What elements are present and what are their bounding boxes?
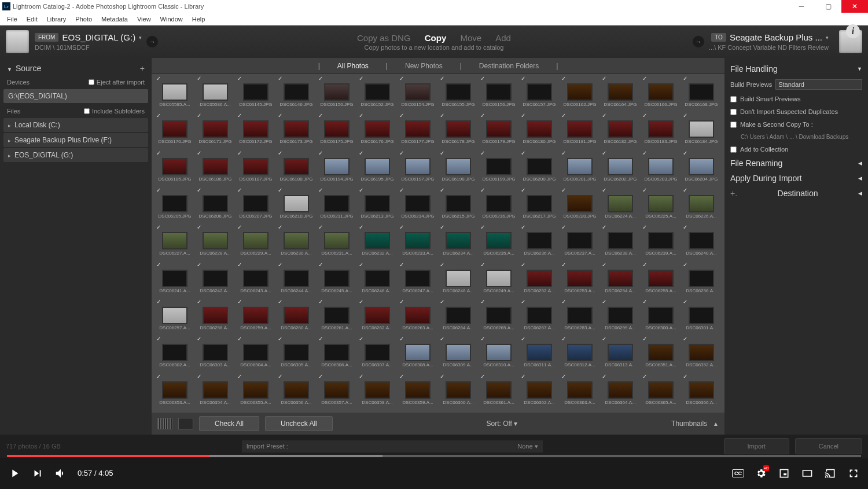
thumbnail-cell[interactable]: ✓DSC06155.JPG: [439, 76, 478, 112]
thumbnail-cell[interactable]: ✓DSC06252.A...: [520, 263, 559, 299]
check-icon[interactable]: ✓: [561, 187, 566, 193]
thumbnail-image[interactable]: [689, 83, 714, 101]
check-icon[interactable]: ✓: [359, 262, 363, 268]
minimize-button[interactable]: ─: [788, 0, 815, 13]
thumbnail-image[interactable]: [567, 307, 593, 324]
thumbnail-cell[interactable]: ✓DSC06306.A...: [317, 337, 356, 373]
thumbnail-image[interactable]: [324, 381, 350, 399]
thumbnail-cell[interactable]: ✓DSC06207.JPG: [236, 188, 275, 224]
thumbnail-cell[interactable]: ✓DSC06234.A...: [439, 225, 478, 261]
check-icon[interactable]: ✓: [521, 187, 525, 193]
thumbnail-image[interactable]: [648, 344, 674, 361]
sort-value[interactable]: Off: [503, 420, 512, 428]
check-icon[interactable]: ✓: [399, 75, 404, 82]
dest-swap-icon[interactable]: →: [693, 36, 704, 47]
check-icon[interactable]: ✓: [480, 187, 485, 193]
thumbnail-image[interactable]: [567, 381, 593, 399]
thumbnail-image[interactable]: [446, 232, 471, 249]
next-icon[interactable]: [31, 467, 44, 480]
thumbnail-image[interactable]: [324, 232, 350, 249]
device-item[interactable]: G:\(EOS_DIGITAL): [3, 89, 148, 103]
thumbnail-image[interactable]: [243, 344, 269, 361]
thumbnail-image[interactable]: [446, 270, 471, 287]
thumbnail-cell[interactable]: ✓DSC06213.JPG: [358, 188, 397, 224]
thumbnail-cell[interactable]: ✓DSC06237.A...: [560, 225, 599, 261]
thumbnail-cell[interactable]: ✓DSC06202.JPG: [601, 151, 640, 187]
thumbnail-image[interactable]: [527, 381, 552, 399]
check-icon[interactable]: ✓: [521, 75, 525, 82]
thumbnail-image[interactable]: [243, 120, 269, 138]
thumbnail-image[interactable]: [648, 232, 674, 249]
thumbnail-image[interactable]: [284, 158, 309, 175]
check-icon[interactable]: ✓: [521, 224, 525, 230]
thumbnail-image[interactable]: [365, 195, 390, 212]
check-icon[interactable]: ✓: [561, 262, 566, 268]
thumbnail-cell[interactable]: ✓DSC06173.JPG: [277, 113, 316, 149]
thumbnail-cell[interactable]: ✓DSC06168.JPG: [682, 76, 721, 112]
check-icon[interactable]: ✓: [683, 373, 687, 380]
close-button[interactable]: ✕: [841, 0, 868, 13]
check-icon[interactable]: ✓: [480, 75, 485, 82]
thumbnail-image[interactable]: [284, 344, 309, 361]
thumbnail-image[interactable]: [405, 195, 431, 212]
thumbnail-cell[interactable]: ✓DSC05585.A...: [155, 76, 194, 112]
menu-metadata[interactable]: Metadata: [97, 14, 133, 24]
check-icon[interactable]: ✓: [156, 262, 161, 268]
check-icon[interactable]: ✓: [683, 112, 687, 119]
grid-view-icon[interactable]: [157, 418, 172, 429]
fullscreen-icon[interactable]: [847, 467, 860, 480]
thumbnail-image[interactable]: [324, 120, 350, 138]
check-icon[interactable]: ✓: [156, 112, 161, 119]
tab-destination-folders[interactable]: Destination Folders: [476, 62, 542, 70]
thumbnail-cell[interactable]: ✓DSC06178.JPG: [439, 113, 478, 149]
thumbnail-cell[interactable]: ✓DSC06249.A...: [479, 263, 518, 299]
check-icon[interactable]: ✓: [521, 373, 525, 380]
check-icon[interactable]: ✓: [237, 150, 242, 156]
thumbnail-image[interactable]: [446, 83, 471, 101]
thumbnail-cell[interactable]: ✓DSC06302.A...: [155, 337, 194, 373]
check-icon[interactable]: ✓: [440, 373, 444, 380]
check-icon[interactable]: ✓: [318, 262, 323, 268]
check-icon[interactable]: ✓: [237, 112, 242, 119]
thumbnail-image[interactable]: [203, 158, 228, 175]
thumbnail-cell[interactable]: ✓DSC06247.A...: [398, 263, 437, 299]
settings-icon[interactable]: HD: [755, 467, 767, 480]
check-icon[interactable]: ✓: [318, 150, 323, 156]
check-icon[interactable]: ✓: [278, 224, 282, 230]
thumbnail-cell[interactable]: ✓DSC06204.JPG: [682, 151, 721, 187]
thumbnail-cell[interactable]: ✓DSC06175.JPG: [317, 113, 356, 149]
tab-new-photos[interactable]: New Photos: [402, 62, 446, 70]
thumbnail-image[interactable]: [284, 381, 309, 399]
thumbnail-image[interactable]: [405, 120, 431, 138]
thumbnail-cell[interactable]: ✓DSC06229.A...: [236, 225, 275, 261]
check-icon[interactable]: ✓: [197, 150, 201, 156]
check-icon[interactable]: ✓: [521, 299, 525, 305]
check-icon[interactable]: ✓: [318, 224, 323, 230]
drive-item[interactable]: EOS_DIGITAL (G:): [3, 148, 148, 162]
thumbnail-cell[interactable]: ✓DSC06366.A...: [682, 374, 721, 410]
check-icon[interactable]: ✓: [278, 299, 282, 305]
check-icon[interactable]: ✓: [156, 336, 161, 342]
miniplayer-icon[interactable]: [778, 467, 790, 480]
thumbnail-image[interactable]: [446, 344, 471, 361]
check-icon[interactable]: ✓: [521, 336, 525, 342]
check-icon[interactable]: ✓: [683, 150, 687, 156]
thumbnail-cell[interactable]: ✓DSC06183.JPG: [641, 113, 681, 149]
menu-file[interactable]: File: [2, 14, 22, 24]
check-icon[interactable]: ✓: [359, 336, 363, 342]
from-title[interactable]: EOS_DIGITAL (G:): [62, 32, 135, 42]
thumbnail-cell[interactable]: ✓DSC06365.A...: [641, 374, 681, 410]
check-icon[interactable]: ✓: [561, 150, 566, 156]
thumbnail-image[interactable]: [446, 307, 471, 324]
check-icon[interactable]: ✓: [318, 75, 323, 82]
thumbnail-image[interactable]: [648, 158, 674, 175]
check-icon[interactable]: ✓: [399, 299, 404, 305]
thumbnail-image[interactable]: [486, 120, 512, 138]
check-icon[interactable]: ✓: [359, 373, 363, 380]
thumbnail-cell[interactable]: ✓DSC06215.JPG: [439, 188, 478, 224]
thumbnail-image[interactable]: [567, 158, 593, 175]
thumbnail-cell[interactable]: ✓DSC06227.A...: [155, 225, 194, 261]
second-copy-checkbox[interactable]: [730, 122, 737, 128]
thumbnail-cell[interactable]: ✓DSC06359.A...: [398, 374, 437, 410]
thumbnail-cell[interactable]: ✓DSC06265.A...: [479, 300, 518, 336]
